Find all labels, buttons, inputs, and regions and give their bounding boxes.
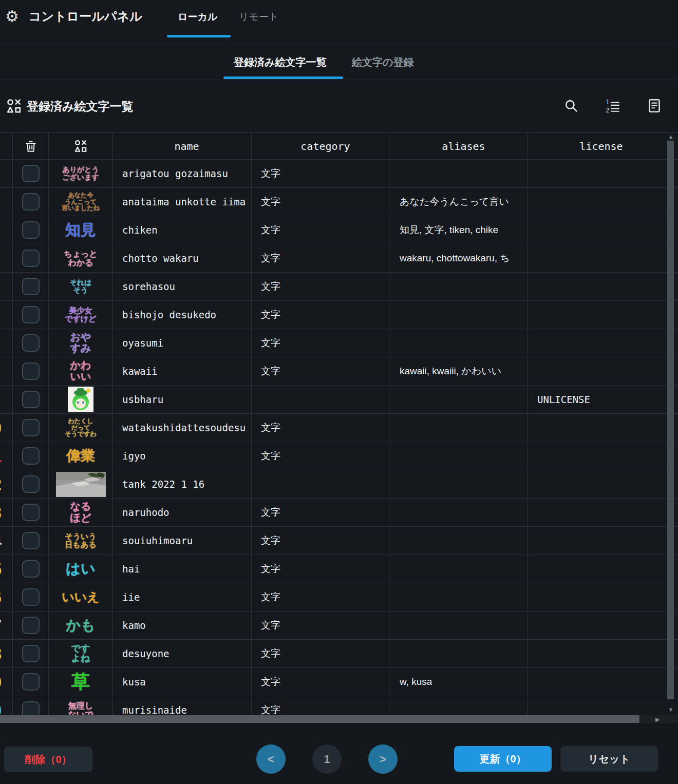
row-checkbox[interactable] [22,250,40,267]
cell-category[interactable]: 文字 [252,329,390,357]
cell-name[interactable]: oyasumi [113,329,252,357]
cell-name[interactable]: sorehasou [113,273,252,300]
cell-license[interactable] [528,188,665,216]
cell-name[interactable]: watakushidattesoudesu [113,414,252,442]
row-checkbox[interactable] [22,645,40,662]
cell-category[interactable]: 文字 [252,442,390,470]
cell-license[interactable] [528,583,665,611]
update-button[interactable]: 更新（0） [454,746,552,772]
cell-license[interactable] [528,668,665,696]
next-page-button[interactable]: ˃ [368,744,398,774]
cell-aliases[interactable] [390,470,528,498]
cell-name[interactable]: bishojo_desukedo [113,301,252,329]
row-checkbox[interactable] [22,193,40,211]
cell-category[interactable]: 文字 [252,499,390,526]
cell-aliases[interactable] [390,301,528,329]
cell-license[interactable] [528,527,665,554]
cell-aliases[interactable] [390,555,528,583]
cell-license[interactable] [528,244,665,272]
cell-license[interactable] [528,470,665,498]
cell-category[interactable]: 文字 [252,527,390,554]
cell-name[interactable]: naruhodo [113,499,252,526]
horizontal-scrollbar-thumb[interactable] [0,715,639,723]
cell-name[interactable]: usbharu [113,386,252,413]
prev-page-button[interactable]: ˂ [256,744,286,774]
cell-aliases[interactable] [390,160,528,187]
cell-license[interactable] [528,273,665,300]
cell-aliases[interactable] [390,414,528,442]
row-checkbox[interactable] [22,504,40,521]
page-number[interactable]: 1 [312,744,342,774]
cell-license[interactable] [528,357,665,385]
cell-aliases[interactable] [390,583,528,611]
cell-aliases[interactable] [390,386,528,413]
cell-name[interactable]: hai [113,555,252,583]
cell-name[interactable]: kawaii [113,357,252,385]
cell-category[interactable]: 文字 [252,188,390,216]
cell-name[interactable]: kamo [113,611,252,639]
row-checkbox[interactable] [22,617,40,634]
cell-license[interactable] [528,414,665,442]
tab-remote[interactable]: リモート [239,10,278,24]
cell-category[interactable]: 文字 [252,414,390,442]
cell-aliases[interactable] [390,696,528,715]
document-icon[interactable] [647,98,662,113]
cell-category[interactable]: 文字 [252,160,390,187]
vertical-scrollbar-thumb[interactable] [667,141,674,699]
cell-aliases[interactable] [390,611,528,639]
row-checkbox[interactable] [22,560,40,578]
scroll-up-arrow-icon[interactable]: ▲ [668,135,674,139]
cell-category[interactable] [252,470,390,498]
cell-category[interactable]: 文字 [252,611,390,639]
cell-license[interactable] [528,555,665,583]
cell-name[interactable]: murisinaide [113,696,252,715]
cell-aliases[interactable] [390,527,528,554]
cell-name[interactable]: arigatou_gozaimasu [113,160,252,187]
row-checkbox[interactable] [22,588,40,606]
cell-category[interactable]: 文字 [252,640,390,667]
cell-category[interactable]: 文字 [252,583,390,611]
row-checkbox[interactable] [22,673,40,691]
cell-name[interactable]: anataima_unkotte_iima [113,188,252,216]
row-checkbox[interactable] [22,306,40,323]
row-checkbox[interactable] [22,278,40,295]
row-checkbox[interactable] [22,475,40,493]
cell-aliases[interactable] [390,273,528,300]
cell-license[interactable]: UNLICENSE [528,386,665,413]
cell-name[interactable]: tank_2022_1_16 [113,470,252,498]
row-checkbox[interactable] [22,362,40,380]
cell-license[interactable] [528,611,665,639]
row-checkbox[interactable] [22,391,40,408]
cell-name[interactable]: souiuhimoaru [113,527,252,554]
cell-license[interactable] [528,160,665,187]
scroll-down-arrow-icon[interactable]: ▼ [668,707,674,712]
row-checkbox[interactable] [22,221,40,239]
cell-aliases[interactable]: 知見, 文字, tiken, chike [390,216,528,244]
tab-register-emoji[interactable]: 絵文字の登録 [352,55,413,69]
cell-aliases[interactable]: w, kusa [390,668,528,696]
cell-aliases[interactable]: あなた今うんこって言い [390,188,528,216]
cell-aliases[interactable]: wakaru, chottowakaru, ち [390,244,528,272]
cell-license[interactable] [528,640,665,667]
cell-category[interactable]: 文字 [252,555,390,583]
row-checkbox[interactable] [22,701,40,715]
row-checkbox[interactable] [22,447,40,465]
cell-aliases[interactable] [390,329,528,357]
tab-local[interactable]: ローカル [178,10,217,24]
cell-aliases[interactable] [390,442,528,470]
search-icon[interactable] [563,98,579,113]
cell-category[interactable]: 文字 [252,301,390,329]
cell-name[interactable]: igyo [113,442,252,470]
row-checkbox[interactable] [22,419,40,436]
cell-category[interactable]: 文字 [252,696,390,715]
cell-license[interactable] [528,329,665,357]
cell-license[interactable] [528,499,665,526]
cell-name[interactable]: desuyone [113,640,252,667]
cell-category[interactable]: 文字 [252,668,390,696]
reset-button[interactable]: リセット [560,746,658,772]
cell-name[interactable]: chotto_wakaru [113,244,252,272]
cell-name[interactable]: kusa [113,668,252,696]
cell-name[interactable]: chiken [113,216,252,244]
cell-category[interactable]: 文字 [252,216,390,244]
cell-category[interactable]: 文字 [252,357,390,385]
